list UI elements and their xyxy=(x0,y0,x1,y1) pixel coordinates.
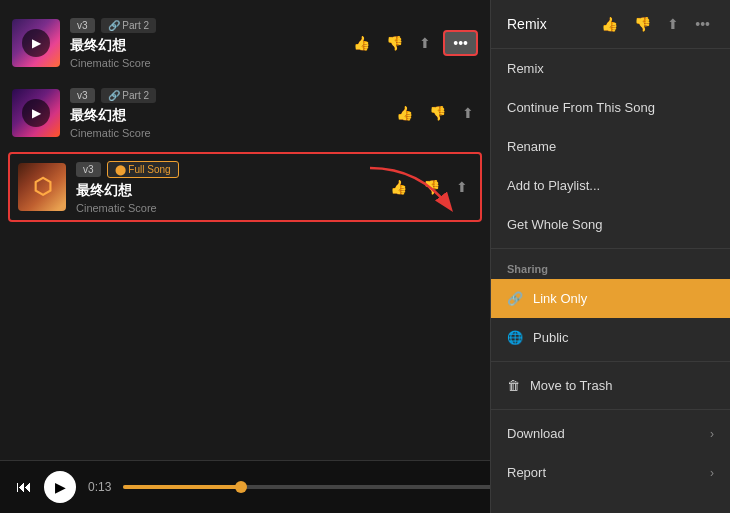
context-menu-title: Remix xyxy=(507,16,547,32)
context-menu: Remix 👍 👎 ⬆ ••• Remix Continue From This… xyxy=(490,0,730,513)
menu-item-add-playlist[interactable]: Add to Playlist... xyxy=(491,166,730,205)
menu-item-continue[interactable]: Continue From This Song xyxy=(491,88,730,127)
menu-item-download[interactable]: Download › xyxy=(491,414,730,453)
version-tag-2: v3 xyxy=(70,88,95,103)
link-icon: 🔗 xyxy=(507,291,523,306)
dislike-btn-2[interactable]: 👎 xyxy=(425,101,450,125)
part-tag-2: 🔗 Part 2 xyxy=(101,88,156,103)
progress-fill xyxy=(123,485,241,489)
menu-item-move-trash[interactable]: 🗑 Move to Trash xyxy=(491,366,730,405)
song-title-3: 最终幻想 xyxy=(76,182,378,200)
header-more-btn[interactable]: ••• xyxy=(691,12,714,36)
download-arrow-icon: › xyxy=(710,427,714,441)
song-genre-1: Cinematic Score xyxy=(70,57,341,69)
song-tags-3: v3 ⬤ Full Song xyxy=(76,161,378,178)
menu-item-remix[interactable]: Remix xyxy=(491,49,730,88)
skip-back-button[interactable]: ⏮ xyxy=(16,478,32,496)
song-info-3: v3 ⬤ Full Song 最终幻想 Cinematic Score xyxy=(76,161,378,214)
report-arrow-icon: › xyxy=(710,466,714,480)
song-tags-2: v3 🔗 Part 2 xyxy=(70,88,384,103)
share-btn-3[interactable]: ⬆ xyxy=(452,175,472,199)
song-genre-2: Cinematic Score xyxy=(70,127,384,139)
report-label: Report xyxy=(507,465,546,480)
play-button-2[interactable]: ▶ xyxy=(22,99,50,127)
context-menu-header: Remix 👍 👎 ⬆ ••• xyxy=(491,0,730,49)
song-thumbnail-1: ▶ xyxy=(12,19,60,67)
like-btn-3[interactable]: 👍 xyxy=(386,175,411,199)
song-genre-3: Cinematic Score xyxy=(76,202,378,214)
play-pause-button[interactable]: ▶ xyxy=(44,471,76,503)
song-list: ▶ v3 🔗 Part 2 最终幻想 Cinematic Score 👍 👎 ⬆… xyxy=(0,0,490,460)
progress-thumb xyxy=(235,481,247,493)
menu-divider-2 xyxy=(491,361,730,362)
header-share-btn[interactable]: ⬆ xyxy=(663,12,683,36)
header-dislike-btn[interactable]: 👎 xyxy=(630,12,655,36)
song-tags-1: v3 🔗 Part 2 xyxy=(70,18,341,33)
song-row-2: ▶ v3 🔗 Part 2 最终幻想 Cinematic Score 👍 👎 ⬆ xyxy=(0,78,490,148)
share-btn-2[interactable]: ⬆ xyxy=(458,101,478,125)
continue-label: Continue From This Song xyxy=(507,100,655,115)
song-row-1: ▶ v3 🔗 Part 2 最终幻想 Cinematic Score 👍 👎 ⬆… xyxy=(0,8,490,78)
song-thumbnail-3: ⬡ xyxy=(18,163,66,211)
add-playlist-label: Add to Playlist... xyxy=(507,178,600,193)
remix-label: Remix xyxy=(507,61,544,76)
menu-item-report[interactable]: Report › xyxy=(491,453,730,492)
public-left: 🌐 Public xyxy=(507,330,568,345)
header-like-btn[interactable]: 👍 xyxy=(597,12,622,36)
public-icon: 🌐 xyxy=(507,330,523,345)
song-title-1: 最终幻想 xyxy=(70,37,341,55)
version-tag-1: v3 xyxy=(70,18,95,33)
song-thumbnail-2: ▶ xyxy=(12,89,60,137)
share-btn-1[interactable]: ⬆ xyxy=(415,31,435,55)
song-actions-2: 👍 👎 ⬆ xyxy=(392,101,478,125)
dislike-btn-3[interactable]: 👎 xyxy=(419,175,444,199)
link-only-left: 🔗 Link Only xyxy=(507,291,587,306)
sharing-section-label: Sharing xyxy=(491,253,730,279)
play-button-1[interactable]: ▶ xyxy=(22,29,50,57)
full-tag-3: ⬤ Full Song xyxy=(107,161,179,178)
thumb-icon-3: ⬡ xyxy=(33,174,52,200)
version-tag-3: v3 xyxy=(76,162,101,177)
like-btn-1[interactable]: 👍 xyxy=(349,31,374,55)
download-label: Download xyxy=(507,426,565,441)
song-actions-3: 👍 👎 ⬆ xyxy=(386,175,472,199)
menu-item-link-only[interactable]: 🔗 Link Only xyxy=(491,279,730,318)
song-actions-1: 👍 👎 ⬆ ••• xyxy=(349,30,478,56)
menu-item-rename[interactable]: Rename xyxy=(491,127,730,166)
menu-item-public[interactable]: 🌐 Public xyxy=(491,318,730,357)
public-label: Public xyxy=(533,330,568,345)
part-tag-1: 🔗 Part 2 xyxy=(101,18,156,33)
song-info-1: v3 🔗 Part 2 最终幻想 Cinematic Score xyxy=(70,18,341,69)
like-btn-2[interactable]: 👍 xyxy=(392,101,417,125)
get-whole-label: Get Whole Song xyxy=(507,217,602,232)
trash-left: 🗑 Move to Trash xyxy=(507,378,612,393)
time-display: 0:13 xyxy=(88,480,111,494)
rename-label: Rename xyxy=(507,139,556,154)
link-only-label: Link Only xyxy=(533,291,587,306)
song-row-3: ⬡ v3 ⬤ Full Song 最终幻想 Cinematic Score 👍 … xyxy=(8,152,482,222)
dislike-btn-1[interactable]: 👎 xyxy=(382,31,407,55)
trash-icon: 🗑 xyxy=(507,378,520,393)
song-info-2: v3 🔗 Part 2 最终幻想 Cinematic Score xyxy=(70,88,384,139)
menu-item-get-whole[interactable]: Get Whole Song xyxy=(491,205,730,244)
song-title-2: 最终幻想 xyxy=(70,107,384,125)
move-trash-label: Move to Trash xyxy=(530,378,612,393)
menu-divider-3 xyxy=(491,409,730,410)
more-btn-1[interactable]: ••• xyxy=(443,30,478,56)
menu-divider-1 xyxy=(491,248,730,249)
